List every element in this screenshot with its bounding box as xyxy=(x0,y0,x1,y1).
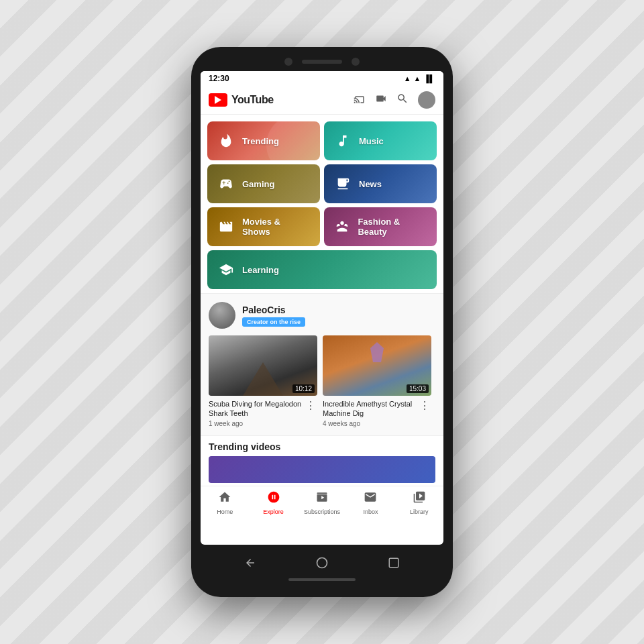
video-duration-2: 15:03 xyxy=(407,384,429,393)
video-meta-1: 1 week ago xyxy=(209,420,304,427)
trending-label: Trending xyxy=(242,136,279,146)
video-meta-2: 4 weeks ago xyxy=(323,420,418,427)
svg-point-1 xyxy=(317,558,327,568)
video-info-1: Scuba Diving for Megalodon Shark Teeth 1… xyxy=(209,399,317,427)
trending-icon xyxy=(217,131,235,150)
video-text-2: Incredible Amethyst Crystal Machine Dig … xyxy=(323,399,418,427)
channel-avatar[interactable] xyxy=(209,302,235,329)
search-button[interactable] xyxy=(396,93,409,108)
trending-preview xyxy=(209,456,435,483)
gaming-label: Gaming xyxy=(242,179,274,189)
category-grid: Trending Music Gaming N xyxy=(201,115,443,293)
status-bar: 12:30 ▲ ▲ ▐▌ xyxy=(201,71,443,86)
library-icon xyxy=(413,490,426,507)
music-label: Music xyxy=(359,136,384,146)
category-movies[interactable]: Movies & Shows xyxy=(207,207,320,246)
video-more-button-1[interactable]: ⋮ xyxy=(304,399,317,412)
nav-inbox[interactable]: Inbox xyxy=(346,490,394,515)
youtube-logo-icon xyxy=(209,93,227,107)
channel-info: PaleoCris Creator on the rise xyxy=(242,305,305,327)
home-label: Home xyxy=(217,508,233,515)
trending-section: Trending videos xyxy=(201,435,443,486)
phone-top xyxy=(201,55,443,71)
channel-name: PaleoCris xyxy=(242,305,305,315)
phone-screen: 12:30 ▲ ▲ ▐▌ YouTube xyxy=(201,71,443,545)
video-thumbnail-2: 15:03 xyxy=(323,335,431,396)
nav-explore[interactable]: Explore xyxy=(249,490,297,515)
front-camera xyxy=(284,58,292,66)
video-text-1: Scuba Diving for Megalodon Shark Teeth 1… xyxy=(209,399,304,427)
bottom-nav: Home Explore Subscriptions Inbox xyxy=(201,486,443,518)
youtube-logo-text: YouTube xyxy=(231,94,274,106)
library-label: Library xyxy=(410,508,429,515)
video-thumbnail-1: 10:12 xyxy=(209,335,317,396)
nav-library[interactable]: Library xyxy=(395,490,443,515)
news-icon xyxy=(333,174,352,193)
explore-icon xyxy=(267,490,280,507)
video-duration-1: 10:12 xyxy=(292,384,315,393)
amethyst-decoration xyxy=(370,342,384,362)
phone-nav-bar xyxy=(201,553,443,573)
trending-title: Trending videos xyxy=(209,441,435,452)
header-actions xyxy=(354,91,435,109)
learning-label: Learning xyxy=(242,265,279,275)
news-label: News xyxy=(359,179,382,189)
create-video-button[interactable] xyxy=(375,93,387,108)
inbox-label: Inbox xyxy=(363,508,378,515)
video-item[interactable]: 10:12 Scuba Diving for Megalodon Shark T… xyxy=(209,335,317,427)
proximity-sensor xyxy=(352,58,360,66)
movies-icon xyxy=(217,217,235,236)
music-icon xyxy=(333,131,352,150)
category-fashion[interactable]: Fashion & Beauty xyxy=(324,207,437,246)
phone-frame: 12:30 ▲ ▲ ▐▌ YouTube xyxy=(191,47,453,597)
category-gaming[interactable]: Gaming xyxy=(207,164,320,203)
back-button[interactable] xyxy=(240,553,260,573)
channel-badge: Creator on the rise xyxy=(242,317,305,327)
video-more-button-2[interactable]: ⋮ xyxy=(418,399,431,412)
nav-subscriptions[interactable]: Subscriptions xyxy=(298,490,346,515)
cast-button[interactable] xyxy=(354,93,366,108)
phone-bottom xyxy=(201,545,443,586)
recents-button[interactable] xyxy=(384,553,404,573)
shark-decoration xyxy=(243,362,283,396)
channel-avatar-img xyxy=(209,302,235,329)
battery-icon: ▐▌ xyxy=(423,74,435,83)
home-indicator xyxy=(288,578,356,581)
user-avatar[interactable] xyxy=(418,91,435,109)
channel-section: PaleoCris Creator on the rise 10:12 Scub… xyxy=(201,293,443,435)
videos-row: 10:12 Scuba Diving for Megalodon Shark T… xyxy=(209,335,435,427)
home-button[interactable] xyxy=(312,553,332,573)
category-music[interactable]: Music xyxy=(324,121,437,160)
explore-label: Explore xyxy=(263,508,284,515)
app-header: YouTube xyxy=(201,86,443,115)
category-learning[interactable]: Learning xyxy=(207,250,437,289)
home-icon xyxy=(218,490,231,507)
gaming-icon xyxy=(217,174,235,193)
video-title-2: Incredible Amethyst Crystal Machine Dig xyxy=(323,399,418,419)
subscriptions-icon xyxy=(315,490,329,507)
status-time: 12:30 xyxy=(209,74,229,83)
svg-point-0 xyxy=(424,95,429,100)
nav-home[interactable]: Home xyxy=(201,490,249,515)
subscriptions-label: Subscriptions xyxy=(304,508,340,515)
video-info-2: Incredible Amethyst Crystal Machine Dig … xyxy=(323,399,431,427)
wifi-icon: ▲ xyxy=(404,74,411,83)
inbox-icon xyxy=(364,490,377,507)
youtube-logo: YouTube xyxy=(209,93,274,107)
video-title-1: Scuba Diving for Megalodon Shark Teeth xyxy=(209,399,304,419)
fashion-label: Fashion & Beauty xyxy=(358,217,427,237)
status-icons: ▲ ▲ ▐▌ xyxy=(404,74,435,83)
signal-icon: ▲ xyxy=(414,74,421,83)
phone-speaker xyxy=(302,60,342,64)
channel-header: PaleoCris Creator on the rise xyxy=(209,302,435,329)
svg-rect-2 xyxy=(390,558,399,568)
category-trending[interactable]: Trending xyxy=(207,121,320,160)
movies-label: Movies & Shows xyxy=(242,217,311,237)
category-news[interactable]: News xyxy=(324,164,437,203)
video-item-2[interactable]: 15:03 Incredible Amethyst Crystal Machin… xyxy=(323,335,431,427)
learning-icon xyxy=(217,260,235,279)
fashion-icon xyxy=(333,217,351,236)
